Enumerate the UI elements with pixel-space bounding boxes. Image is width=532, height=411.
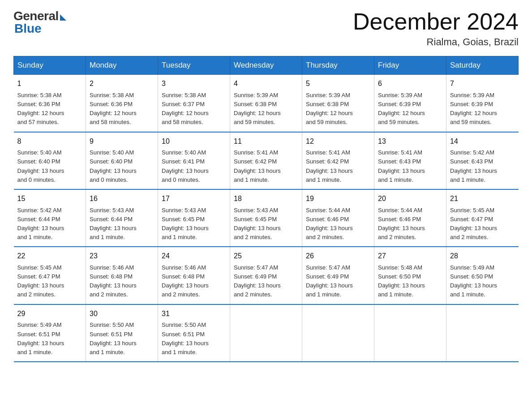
location-subtitle: Rialma, Goias, Brazil — [353, 36, 519, 48]
day-info: Sunrise: 5:49 AMSunset: 6:51 PMDaylight:… — [17, 321, 82, 357]
calendar-cell: 19Sunrise: 5:44 AMSunset: 6:46 PMDayligh… — [302, 189, 374, 247]
calendar-cell: 30Sunrise: 5:50 AMSunset: 6:51 PMDayligh… — [86, 304, 158, 362]
calendar-cell: 16Sunrise: 5:43 AMSunset: 6:44 PMDayligh… — [86, 189, 158, 247]
calendar-cell: 11Sunrise: 5:41 AMSunset: 6:42 PMDayligh… — [230, 132, 302, 189]
day-info: Sunrise: 5:42 AMSunset: 6:43 PMDaylight:… — [450, 148, 515, 184]
day-info: Sunrise: 5:46 AMSunset: 6:48 PMDaylight:… — [162, 263, 226, 300]
header-thursday: Thursday — [302, 56, 374, 75]
calendar-cell: 20Sunrise: 5:44 AMSunset: 6:46 PMDayligh… — [374, 189, 446, 247]
calendar-cell: 8Sunrise: 5:40 AMSunset: 6:40 PMDaylight… — [14, 132, 86, 189]
day-info: Sunrise: 5:38 AMSunset: 6:36 PMDaylight:… — [90, 91, 154, 127]
day-info: Sunrise: 5:49 AMSunset: 6:50 PMDaylight:… — [450, 263, 515, 300]
day-number: 10 — [162, 136, 226, 147]
calendar-cell: 23Sunrise: 5:46 AMSunset: 6:48 PMDayligh… — [86, 247, 158, 304]
day-info: Sunrise: 5:48 AMSunset: 6:50 PMDaylight:… — [378, 263, 442, 300]
day-number: 22 — [17, 251, 82, 262]
day-number: 16 — [90, 193, 154, 205]
day-info: Sunrise: 5:39 AMSunset: 6:39 PMDaylight:… — [450, 91, 515, 127]
logo-arrow-icon — [60, 14, 66, 21]
calendar-cell: 14Sunrise: 5:42 AMSunset: 6:43 PMDayligh… — [446, 132, 519, 189]
calendar-cell: 29Sunrise: 5:49 AMSunset: 6:51 PMDayligh… — [14, 304, 86, 362]
day-number: 20 — [378, 193, 442, 205]
calendar-week-row: 15Sunrise: 5:42 AMSunset: 6:44 PMDayligh… — [14, 189, 519, 247]
day-info: Sunrise: 5:43 AMSunset: 6:45 PMDaylight:… — [234, 206, 298, 242]
day-number: 3 — [162, 78, 226, 90]
logo-blue-text: Blue — [14, 21, 42, 36]
calendar-cell: 7Sunrise: 5:39 AMSunset: 6:39 PMDaylight… — [446, 75, 519, 132]
calendar-week-row: 29Sunrise: 5:49 AMSunset: 6:51 PMDayligh… — [14, 304, 519, 362]
calendar-cell: 22Sunrise: 5:45 AMSunset: 6:47 PMDayligh… — [14, 247, 86, 304]
calendar-cell — [302, 304, 374, 362]
day-number: 11 — [234, 136, 298, 147]
day-info: Sunrise: 5:50 AMSunset: 6:51 PMDaylight:… — [90, 321, 154, 357]
day-info: Sunrise: 5:41 AMSunset: 6:42 PMDaylight:… — [306, 148, 370, 184]
calendar-cell: 10Sunrise: 5:40 AMSunset: 6:41 PMDayligh… — [158, 132, 230, 189]
day-number: 17 — [162, 193, 226, 205]
day-number: 24 — [162, 251, 226, 262]
calendar-cell: 9Sunrise: 5:40 AMSunset: 6:40 PMDaylight… — [86, 132, 158, 189]
day-number: 19 — [306, 193, 370, 205]
logo: General Blue — [13, 9, 66, 36]
calendar-cell: 5Sunrise: 5:39 AMSunset: 6:38 PMDaylight… — [302, 75, 374, 132]
calendar-cell — [446, 304, 519, 362]
day-number: 8 — [17, 136, 82, 147]
header-monday: Monday — [86, 56, 158, 75]
calendar-cell: 27Sunrise: 5:48 AMSunset: 6:50 PMDayligh… — [374, 247, 446, 304]
day-number: 15 — [17, 193, 82, 205]
calendar-table: SundayMondayTuesdayWednesdayThursdayFrid… — [13, 56, 519, 362]
day-number: 12 — [306, 136, 370, 147]
calendar-cell: 18Sunrise: 5:43 AMSunset: 6:45 PMDayligh… — [230, 189, 302, 247]
day-number: 23 — [90, 251, 154, 262]
calendar-week-row: 1Sunrise: 5:38 AMSunset: 6:36 PMDaylight… — [14, 75, 519, 132]
day-info: Sunrise: 5:42 AMSunset: 6:44 PMDaylight:… — [17, 206, 82, 242]
day-number: 30 — [90, 308, 154, 320]
header-sunday: Sunday — [14, 56, 86, 75]
day-info: Sunrise: 5:45 AMSunset: 6:47 PMDaylight:… — [17, 263, 82, 300]
calendar-cell: 13Sunrise: 5:41 AMSunset: 6:43 PMDayligh… — [374, 132, 446, 189]
calendar-cell: 24Sunrise: 5:46 AMSunset: 6:48 PMDayligh… — [158, 247, 230, 304]
calendar-cell: 26Sunrise: 5:47 AMSunset: 6:49 PMDayligh… — [302, 247, 374, 304]
calendar-cell: 21Sunrise: 5:45 AMSunset: 6:47 PMDayligh… — [446, 189, 519, 247]
calendar-cell: 1Sunrise: 5:38 AMSunset: 6:36 PMDaylight… — [14, 75, 86, 132]
day-number: 5 — [306, 78, 370, 90]
day-number: 26 — [306, 251, 370, 262]
day-info: Sunrise: 5:41 AMSunset: 6:43 PMDaylight:… — [378, 148, 442, 184]
day-number: 21 — [450, 193, 515, 205]
day-number: 1 — [17, 78, 82, 90]
day-info: Sunrise: 5:46 AMSunset: 6:48 PMDaylight:… — [90, 263, 154, 300]
calendar-cell: 3Sunrise: 5:38 AMSunset: 6:37 PMDaylight… — [158, 75, 230, 132]
day-info: Sunrise: 5:43 AMSunset: 6:44 PMDaylight:… — [90, 206, 154, 242]
day-number: 6 — [378, 78, 442, 90]
page-header: General Blue December 2024 Rialma, Goias… — [13, 9, 519, 48]
calendar-cell: 31Sunrise: 5:50 AMSunset: 6:51 PMDayligh… — [158, 304, 230, 362]
month-title: December 2024 — [353, 9, 519, 34]
day-number: 27 — [378, 251, 442, 262]
header-tuesday: Tuesday — [158, 56, 230, 75]
header-friday: Friday — [374, 56, 446, 75]
day-info: Sunrise: 5:45 AMSunset: 6:47 PMDaylight:… — [450, 206, 515, 242]
calendar-cell: 28Sunrise: 5:49 AMSunset: 6:50 PMDayligh… — [446, 247, 519, 304]
day-number: 7 — [450, 78, 515, 90]
day-info: Sunrise: 5:40 AMSunset: 6:40 PMDaylight:… — [90, 148, 154, 184]
calendar-header-row: SundayMondayTuesdayWednesdayThursdayFrid… — [14, 56, 519, 75]
day-info: Sunrise: 5:44 AMSunset: 6:46 PMDaylight:… — [378, 206, 442, 242]
calendar-cell: 25Sunrise: 5:47 AMSunset: 6:49 PMDayligh… — [230, 247, 302, 304]
day-number: 13 — [378, 136, 442, 147]
day-number: 14 — [450, 136, 515, 147]
day-number: 28 — [450, 251, 515, 262]
day-info: Sunrise: 5:39 AMSunset: 6:38 PMDaylight:… — [306, 91, 370, 127]
calendar-cell — [230, 304, 302, 362]
day-info: Sunrise: 5:40 AMSunset: 6:41 PMDaylight:… — [162, 148, 226, 184]
calendar-cell: 6Sunrise: 5:39 AMSunset: 6:39 PMDaylight… — [374, 75, 446, 132]
day-info: Sunrise: 5:38 AMSunset: 6:36 PMDaylight:… — [17, 91, 82, 127]
day-info: Sunrise: 5:39 AMSunset: 6:39 PMDaylight:… — [378, 91, 442, 127]
calendar-cell — [374, 304, 446, 362]
calendar-cell: 15Sunrise: 5:42 AMSunset: 6:44 PMDayligh… — [14, 189, 86, 247]
calendar-week-row: 8Sunrise: 5:40 AMSunset: 6:40 PMDaylight… — [14, 132, 519, 189]
header-saturday: Saturday — [446, 56, 519, 75]
calendar-cell: 12Sunrise: 5:41 AMSunset: 6:42 PMDayligh… — [302, 132, 374, 189]
day-info: Sunrise: 5:40 AMSunset: 6:40 PMDaylight:… — [17, 148, 82, 184]
calendar-week-row: 22Sunrise: 5:45 AMSunset: 6:47 PMDayligh… — [14, 247, 519, 304]
day-number: 31 — [162, 308, 226, 320]
day-info: Sunrise: 5:47 AMSunset: 6:49 PMDaylight:… — [306, 263, 370, 300]
